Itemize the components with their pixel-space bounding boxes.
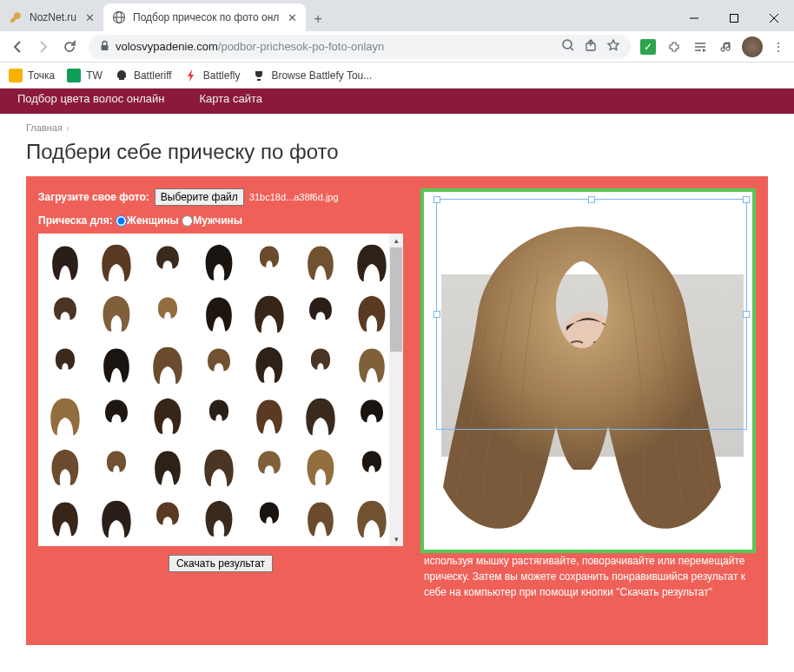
scroll-thumb[interactable] [390,247,402,352]
hairstyle-thumb[interactable] [299,495,342,543]
wrench-icon [9,10,23,24]
preview-frame[interactable] [420,188,756,553]
hairstyle-thumb[interactable] [95,239,138,287]
hairstyle-thumb[interactable] [299,290,342,338]
hairstyle-thumb[interactable] [197,341,241,389]
hairstyle-thumb[interactable] [95,341,138,389]
hairstyle-thumb[interactable] [248,444,291,491]
back-button[interactable] [5,35,30,59]
minimize-button[interactable] [674,5,714,31]
hairstyle-thumb[interactable] [197,290,241,338]
forward-button[interactable] [31,35,56,59]
hairstyle-thumb[interactable] [95,392,138,440]
download-button[interactable]: Скачать результат [169,555,273,572]
gender-men[interactable]: Мужчины [182,214,242,227]
hairstyle-thumb[interactable] [43,239,87,287]
breadcrumb: Главная› [0,114,794,136]
nav-link[interactable]: Подбор цвета волос онлайн [17,92,165,105]
profile-avatar[interactable] [742,36,763,57]
reload-button[interactable] [57,35,82,59]
hairstyle-thumb[interactable] [146,392,189,440]
gender-men-radio[interactable] [182,215,193,227]
hairstyle-thumb[interactable] [43,392,87,440]
hairstyle-thumb[interactable] [350,341,394,389]
hairstyle-thumb[interactable] [299,341,342,389]
hairstyle-thumb[interactable] [299,239,342,287]
breadcrumb-home[interactable]: Главная [26,122,63,133]
share-icon[interactable] [584,38,598,55]
hairstyle-thumb[interactable] [43,444,87,491]
hairstyle-thumb[interactable] [146,444,189,491]
bookmark-battlefy[interactable]: Browse Battlefy Tou... [252,69,372,82]
hairstyle-thumb[interactable] [146,495,189,543]
hairstyle-thumb[interactable] [248,392,291,440]
hairstyle-thumb[interactable] [350,239,394,287]
hairstyle-thumb[interactable] [248,290,291,338]
hairstyle-thumb[interactable] [248,239,291,287]
hairstyle-thumb[interactable] [299,444,342,491]
gender-women[interactable]: Женщины [116,214,179,227]
hairstyle-thumb[interactable] [146,341,189,389]
hairstyle-thumb[interactable] [95,444,138,491]
maximize-button[interactable] [714,5,754,31]
hairstyle-thumb[interactable] [43,290,87,338]
scroll-up-button[interactable]: ▴ [389,234,403,247]
gender-women-radio[interactable] [116,215,127,227]
browser-toolbar: volosvypadenie.com/podbor-prichesok-po-f… [0,31,794,63]
hairstyle-thumb[interactable] [197,392,241,440]
music-icon[interactable] [716,36,737,57]
bookmark-battleriff[interactable]: Battleriff [115,69,172,82]
hairstyle-thumb[interactable] [248,495,291,543]
close-icon[interactable]: ✕ [288,11,297,24]
hairstyle-thumb[interactable] [197,444,241,491]
address-bar[interactable]: volosvypadenie.com/podbor-prichesok-po-f… [89,35,631,59]
resize-handle-ne[interactable] [743,196,750,203]
hairstyle-thumb[interactable] [350,495,394,543]
hairstyle-thumb[interactable] [350,444,394,491]
star-icon[interactable] [606,38,620,55]
hairstyle-thumb[interactable] [197,495,241,543]
bookmark-tochka[interactable]: Точка [9,69,55,82]
extension-check-icon[interactable]: ✓ [638,36,658,57]
globe-icon [112,10,126,24]
resize-handle-e[interactable] [743,311,750,318]
hairstyle-thumb[interactable] [146,239,189,287]
choose-file-button[interactable]: Выберите файл [155,188,244,206]
page-title: Подбери себе прическу по фото [0,136,794,176]
url-text: volosvypadenie.com/podbor-prichesok-po-f… [116,40,384,53]
bookmark-battlefly[interactable]: Battlefly [184,69,241,82]
playlist-icon[interactable] [690,36,711,57]
hairstyle-thumb[interactable] [299,392,342,440]
svg-line-9 [571,48,573,50]
tab-noznet[interactable]: NozNet.ru ✕ [0,3,103,31]
resize-handle-nw[interactable] [433,196,440,203]
extensions-icon[interactable] [664,36,685,57]
bolt-icon [184,69,198,82]
hairstyle-thumb[interactable] [95,290,138,338]
instructions-text: используя мышку растягивайте, поворачива… [420,553,756,600]
hairstyle-thumb[interactable] [95,495,138,543]
hairstyle-thumb[interactable] [350,392,394,440]
close-window-button[interactable] [754,5,794,31]
scrollbar[interactable]: ▴ ▾ [389,234,403,546]
resize-handle-n[interactable] [588,196,595,203]
zoom-icon[interactable] [561,38,575,55]
hairstyle-thumb[interactable] [146,290,189,338]
tab-label: Подбор причесок по фото онл [133,11,279,23]
nav-link[interactable]: Карта сайта [200,92,262,105]
selection-box[interactable] [436,199,747,430]
menu-icon[interactable]: ⋮ [768,36,789,57]
hairstyle-thumb[interactable] [350,290,394,338]
tab-podbor[interactable]: Подбор причесок по фото онл ✕ [103,3,306,31]
resize-handle-w[interactable] [433,311,440,318]
filename-text: 31bc18d...a38f6d.jpg [249,192,339,202]
hairstyle-thumb[interactable] [43,495,87,543]
scroll-down-button[interactable]: ▾ [389,532,403,546]
hairstyle-thumb[interactable] [197,239,241,287]
trophy-icon [252,69,266,82]
hairstyle-thumb[interactable] [43,341,87,389]
hairstyle-thumb[interactable] [248,341,291,389]
bookmark-tw[interactable]: TW [67,69,103,82]
new-tab-button[interactable]: + [306,7,330,31]
close-icon[interactable]: ✕ [85,11,95,24]
